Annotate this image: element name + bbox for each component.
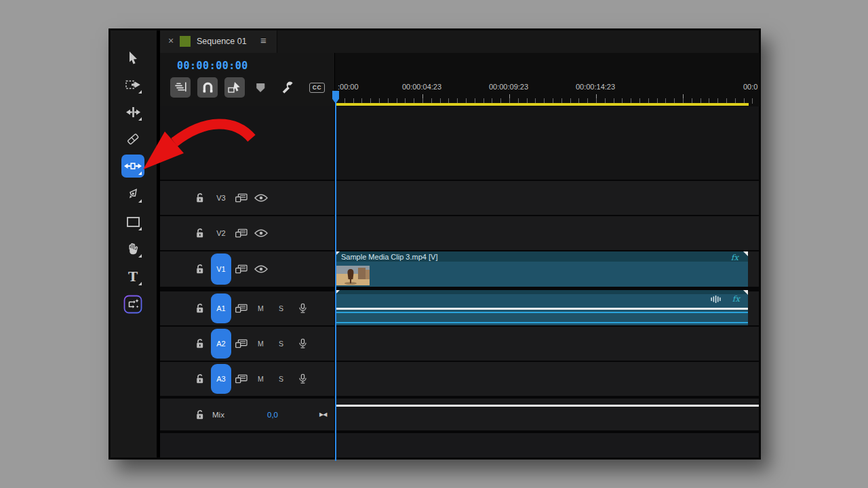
subtool-indicator <box>138 227 142 230</box>
lock-icon[interactable] <box>196 264 205 274</box>
timeline-display-settings-button[interactable] <box>281 77 295 98</box>
snap-button[interactable] <box>197 77 218 98</box>
sync-lock-icon[interactable] <box>235 265 248 274</box>
toggle-track-output-icon[interactable] <box>254 265 268 273</box>
marker-icon <box>256 83 265 93</box>
track-target-a3[interactable]: A3 <box>211 364 231 394</box>
track-row-v2[interactable]: V2 <box>160 215 759 250</box>
fx-badge[interactable]: fx <box>732 294 740 304</box>
sync-lock-icon[interactable] <box>235 194 248 203</box>
lock-icon[interactable] <box>196 374 205 384</box>
mute-button[interactable]: M <box>258 327 264 361</box>
playhead-timecode[interactable]: 00:00:00:00 <box>177 60 248 72</box>
sync-lock-icon[interactable] <box>235 375 248 384</box>
lock-icon[interactable] <box>196 409 205 420</box>
selection-arrow-icon <box>128 52 138 64</box>
pen-tool[interactable] <box>121 182 144 205</box>
sync-lock-icon[interactable] <box>235 229 248 238</box>
sync-lock-icon[interactable] <box>235 340 248 348</box>
premiere-timeline-window: T <box>108 28 761 460</box>
ruler-label-3: 00:00:14:23 <box>576 83 615 91</box>
timeline-controls-strip: 00:00:00:00 <box>160 53 759 106</box>
solo-button[interactable]: S <box>279 327 283 361</box>
lock-icon[interactable] <box>196 339 205 349</box>
track-target-a1[interactable]: A1 <box>211 293 231 323</box>
linked-selection-button[interactable] <box>224 77 245 98</box>
voiceover-record-icon[interactable] <box>299 339 307 349</box>
mute-button[interactable]: M <box>258 291 264 325</box>
subtool-indicator <box>138 199 142 203</box>
render-bar <box>336 103 749 106</box>
audio-waveform-badge-icon <box>711 296 721 303</box>
rectangle-icon <box>127 217 140 227</box>
time-ruler[interactable]: :00:00 00:00:04:23 00:00:09:23 00:00:14:… <box>334 53 760 106</box>
toggle-track-output-icon[interactable] <box>254 229 268 237</box>
ruler-label-1: 00:00:04:23 <box>402 83 441 91</box>
track-row-mix[interactable]: Mix 0,0 ▶◀ <box>160 397 759 430</box>
mix-volume-line[interactable] <box>335 405 759 407</box>
insert-overwrite-nest-button[interactable] <box>170 77 191 98</box>
waveform-line-bottom <box>335 322 748 323</box>
voiceover-record-icon[interactable] <box>299 374 307 384</box>
mute-button[interactable]: M <box>258 362 264 396</box>
rectangle-tool[interactable] <box>121 210 144 233</box>
solo-button[interactable]: S <box>279 291 283 325</box>
clip-title-bar: Sample Media Clip 3.mp4 [V] <box>335 251 748 262</box>
sequence-color-chip <box>180 36 191 47</box>
screenshot-root: { "tab": { "close_icon": "×", "color_chi… <box>0 0 868 488</box>
type-tool-glyph: T <box>128 270 138 283</box>
video-clip[interactable]: Sample Media Clip 3.mp4 [V] fx <box>335 251 748 287</box>
ruler-label-2: 00:00:09:23 <box>489 83 528 91</box>
audio-clip-top-strip <box>335 290 748 294</box>
voiceover-record-icon[interactable] <box>299 304 307 314</box>
clip-thumbnail <box>336 266 370 285</box>
generative-extend-icon <box>123 295 142 314</box>
waveform-line-top <box>335 312 748 313</box>
track-target-v3[interactable]: V3 <box>211 181 231 215</box>
selection-tool[interactable] <box>121 46 144 69</box>
track-target-a2[interactable]: A2 <box>211 329 231 359</box>
track-select-forward-icon <box>125 79 141 91</box>
track-row-a2[interactable]: A2 M S <box>160 325 759 361</box>
ruler-label-4: 00:0 <box>743 83 757 91</box>
hand-icon <box>127 243 139 255</box>
track-row-v3[interactable]: V3 <box>160 180 759 215</box>
nest-sequence-icon <box>174 82 187 93</box>
red-annotation-arrow <box>132 114 258 178</box>
clip-title: Sample Media Clip 3.mp4 [V] <box>341 253 437 261</box>
sync-lock-icon[interactable] <box>235 304 248 313</box>
linked-selection-icon <box>228 81 241 94</box>
close-tab-icon[interactable]: × <box>168 36 174 45</box>
wrench-icon <box>281 81 295 95</box>
track-target-v1[interactable]: V1 <box>211 253 231 285</box>
subtool-indicator <box>138 90 142 94</box>
audio-clip[interactable]: fx <box>335 290 748 325</box>
tools-panel: T <box>111 30 160 458</box>
add-marker-button[interactable] <box>256 77 265 98</box>
audio-gain-line[interactable] <box>335 308 748 310</box>
toggle-track-output-icon[interactable] <box>254 194 268 202</box>
type-tool[interactable]: T <box>121 265 144 288</box>
magnet-icon <box>202 82 214 94</box>
mix-volume-value[interactable]: 0,0 <box>267 399 278 430</box>
subtool-indicator <box>138 254 142 258</box>
lock-icon[interactable] <box>196 193 205 203</box>
lock-icon[interactable] <box>196 304 205 314</box>
generative-extend-tool[interactable] <box>121 293 144 316</box>
sequence-tab-title[interactable]: Sequence 01 <box>197 37 247 46</box>
solo-button[interactable]: S <box>279 362 283 396</box>
fx-badge[interactable]: fx <box>731 253 738 262</box>
tab-bar: × Sequence 01 ≡ <box>160 30 759 54</box>
empty-area-below-tracks <box>160 432 759 458</box>
track-select-forward-tool[interactable] <box>121 73 144 96</box>
track-target-v2[interactable]: V2 <box>211 216 231 250</box>
lock-icon[interactable] <box>196 228 205 239</box>
cc-icon: CC <box>309 83 325 93</box>
hand-tool[interactable] <box>121 237 144 260</box>
keyframe-nav-icon[interactable]: ▶◀ <box>319 399 326 430</box>
playhead-line[interactable] <box>335 101 336 461</box>
captions-button[interactable]: CC <box>309 77 325 98</box>
panel-menu-icon[interactable]: ≡ <box>260 35 267 47</box>
track-row-a3[interactable]: A3 M S <box>160 361 759 396</box>
sequence-tab[interactable]: × Sequence 01 ≡ <box>160 30 277 53</box>
